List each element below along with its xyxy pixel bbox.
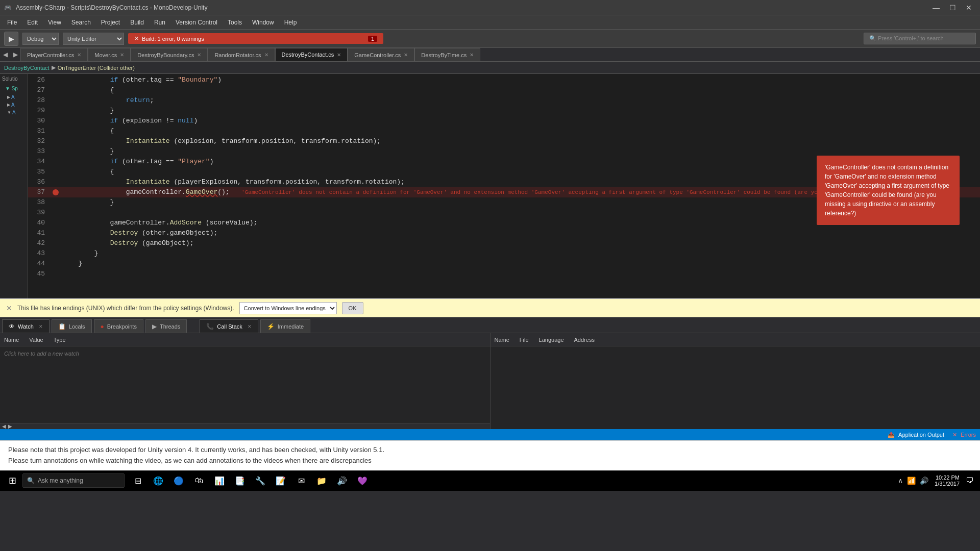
powerpoint-button[interactable]: 📑 [231, 471, 249, 490]
code-line-44: 44 } [28, 259, 980, 269]
menu-help[interactable]: Help [279, 17, 302, 28]
close-tab-gamecontroller[interactable]: ✕ [404, 52, 408, 58]
fileexplorer-button[interactable]: 📁 [312, 471, 331, 490]
breadcrumb-sep1: ▶ [52, 64, 56, 71]
tab-callstack[interactable]: 📞 Call Stack ✕ [200, 319, 258, 333]
sidebar-item1[interactable]: ▶A [0, 93, 28, 101]
volume-icon[interactable]: 🔊 [920, 477, 928, 485]
mail-button[interactable]: ✉ [292, 471, 310, 490]
sidebar-sp[interactable]: ▼ Sp [0, 84, 28, 93]
taskview-button[interactable]: ⊟ [129, 471, 147, 490]
sidebar-item3[interactable]: ▼A [0, 109, 28, 116]
line-endings-select[interactable]: Convert to Windows line endings Keep UNI… [239, 302, 337, 314]
taskbar-clock[interactable]: 10:22 PM 1/31/2017 [935, 474, 960, 487]
tab-scroll-right[interactable]: ▶ [10, 48, 20, 61]
tab-locals[interactable]: 📋 Locals [52, 319, 92, 333]
callstack-label: Call Stack [217, 323, 242, 330]
global-search[interactable]: 🔍 Press 'Control+,' to search [864, 33, 976, 44]
menu-versioncontrol[interactable]: Version Control [170, 17, 223, 28]
close-tab-mover[interactable]: ✕ [120, 52, 124, 58]
target-select[interactable]: Unity Editor [63, 33, 124, 45]
menu-project[interactable]: Project [96, 17, 125, 28]
tab-destroybytime[interactable]: DestroyByTime.cs ✕ [414, 48, 480, 61]
vs-button[interactable]: 💜 [353, 471, 372, 490]
word-button[interactable]: 📝 [272, 471, 290, 490]
code-editor[interactable]: 26 if (other.tag == "Boundary") 27 { 28 … [28, 74, 980, 298]
menu-window[interactable]: Window [247, 17, 279, 28]
start-button[interactable]: ⊞ [2, 470, 22, 491]
taskbar-search[interactable]: 🔍 Ask me anything [22, 473, 125, 488]
scroll-left-arrow[interactable]: ◀ [2, 423, 6, 429]
app-output-tab[interactable]: 📤 Application Output [888, 432, 944, 438]
error-tooltip-text: 'GameController' does not contain a defi… [825, 164, 949, 217]
callstack-panel-body[interactable] [491, 346, 981, 429]
menu-view[interactable]: View [43, 17, 66, 28]
tab-watch[interactable]: 👁 Watch ✕ [2, 319, 50, 333]
line-endings-ok-button[interactable]: OK [342, 302, 363, 314]
immediate-label: Immediate [278, 323, 304, 330]
close-tab-playercontroller[interactable]: ✕ [77, 52, 81, 58]
line-endings-close[interactable]: ✕ [6, 304, 12, 312]
scroll-right-arrow[interactable]: ▶ [8, 423, 12, 429]
chevron-icon[interactable]: ∧ [898, 477, 903, 485]
watch-placeholder[interactable]: Click here to add a new watch [0, 346, 490, 361]
build-error-icon: ✕ [134, 35, 139, 42]
menu-tools[interactable]: Tools [223, 17, 247, 28]
menu-search[interactable]: Search [66, 17, 96, 28]
sidebar-solution[interactable]: Solutio [0, 74, 28, 84]
edge-button[interactable]: 🌐 [149, 471, 167, 490]
breakpoints-icon: ● [101, 323, 104, 330]
store-button[interactable]: 🛍 [190, 471, 208, 490]
menu-run[interactable]: Run [149, 17, 170, 28]
app-icon: 🎮 [4, 4, 12, 11]
close-tab-destroybytime[interactable]: ✕ [470, 52, 474, 58]
tab-randomrotator[interactable]: RandomRotator.cs ✕ [208, 48, 275, 61]
code-line-28: 28 return; [28, 95, 980, 106]
tab-immediate[interactable]: ⚡ Immediate [260, 319, 310, 333]
close-tab-destroybyboundary[interactable]: ✕ [197, 52, 201, 58]
menu-edit[interactable]: Edit [22, 17, 43, 28]
bottom-panel: 👁 Watch ✕ 📋 Locals ● Breakpoints ▶ Threa… [0, 317, 980, 429]
network-icon[interactable]: 📶 [907, 477, 916, 485]
tab-threads[interactable]: ▶ Threads [145, 319, 187, 333]
errors-tab[interactable]: ✕ Errors [952, 432, 976, 438]
tab-destroybyboundary[interactable]: DestroyByBoundary.cs ✕ [131, 48, 208, 61]
code-line-31: 31 { [28, 126, 980, 136]
tab-strip: ◀ ▶ PlayerController.cs ✕ Mover.cs ✕ Des… [0, 48, 980, 62]
watch-scrollbar[interactable]: ◀ ▶ [0, 423, 490, 429]
notification-icon[interactable]: 🗨 [966, 476, 974, 485]
breadcrumb-method[interactable]: OnTriggerEnter (Collider other) [58, 65, 135, 71]
tab-breakpoints[interactable]: ● Breakpoints [94, 319, 143, 333]
close-tab-destroybycontact[interactable]: ✕ [337, 52, 341, 58]
errors-icon: ✕ [952, 432, 957, 438]
run-button[interactable]: ▶ [4, 32, 18, 46]
breadcrumb-file[interactable]: DestroyByContact [4, 65, 50, 71]
menu-file[interactable]: File [2, 17, 22, 28]
callstack-tab-close[interactable]: ✕ [248, 324, 252, 329]
title-bar: 🎮 Assembly-CSharp - Scripts\DestroyByCon… [0, 0, 980, 15]
watch-panel-body[interactable]: Click here to add a new watch [0, 346, 490, 423]
watch-tab-close[interactable]: ✕ [39, 324, 43, 329]
taskbar-right: ∧ 📶 🔊 10:22 PM 1/31/2017 🗨 [898, 474, 978, 487]
tab-gamecontroller[interactable]: GameController.cs ✕ [348, 48, 414, 61]
window-controls: — ☐ ✕ [929, 3, 976, 13]
tab-playercontroller[interactable]: PlayerController.cs ✕ [20, 48, 88, 61]
config-select[interactable]: Debug Release [22, 33, 59, 45]
close-tab-randomrotator[interactable]: ✕ [264, 52, 268, 58]
callstack-col-lang: Language [539, 337, 564, 343]
chrome-button[interactable]: 🔵 [169, 471, 188, 490]
tab-mover[interactable]: Mover.cs ✕ [88, 48, 131, 61]
error-tooltip: 'GameController' does not contain a defi… [817, 156, 960, 225]
callstack-col-name: Name [495, 337, 509, 343]
watch-icon: 👁 [9, 323, 15, 330]
maximize-button[interactable]: ☐ [945, 3, 960, 13]
menu-build[interactable]: Build [125, 17, 149, 28]
excel-button[interactable]: 📊 [210, 471, 229, 490]
tab-scroll-left[interactable]: ◀ [0, 48, 10, 61]
tab-destroybycontact[interactable]: DestroyByContact.cs ✕ [275, 48, 348, 61]
devtools-button[interactable]: 🔧 [251, 471, 270, 490]
close-button[interactable]: ✕ [962, 3, 976, 13]
audio-button[interactable]: 🔊 [333, 471, 351, 490]
minimize-button[interactable]: — [929, 3, 943, 13]
sidebar-item2[interactable]: ▶A [0, 101, 28, 109]
